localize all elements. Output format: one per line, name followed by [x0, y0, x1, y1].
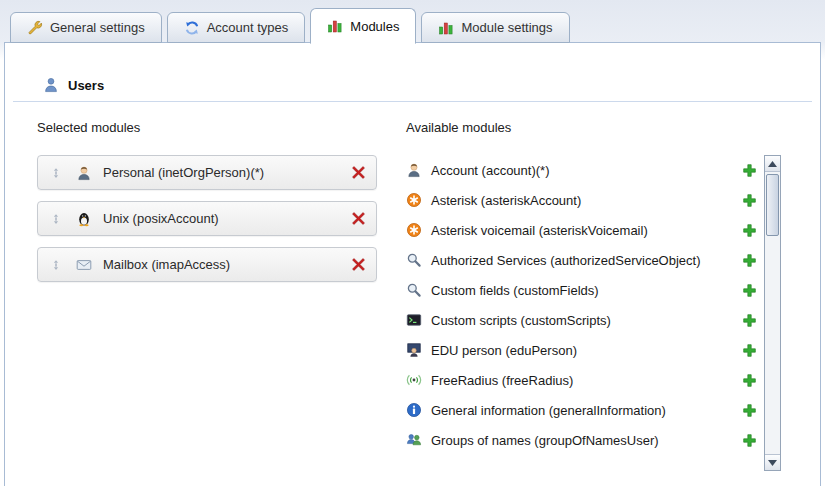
available-module-label: Asterisk voicemail (asteriskVoicemail)	[431, 223, 741, 238]
terminal-icon	[406, 312, 422, 328]
available-module-label: EDU person (eduPerson)	[431, 343, 741, 358]
available-module-label: Authorized Services (authorizedServiceOb…	[431, 253, 741, 268]
add-module-button[interactable]	[741, 282, 757, 298]
available-module-row-general-information: General information (generalInformation)	[406, 395, 764, 425]
remove-module-button[interactable]	[350, 211, 366, 227]
scrollbar-track[interactable]	[765, 172, 780, 454]
available-module-row-account: Account (account)(*)	[406, 155, 764, 185]
add-module-button[interactable]	[741, 432, 757, 448]
user-icon	[43, 77, 59, 93]
remove-module-button[interactable]	[350, 165, 366, 181]
drag-handle-icon[interactable]	[48, 211, 64, 227]
available-module-row-custom-fields: Custom fields (customFields)	[406, 275, 764, 305]
add-module-button[interactable]	[741, 342, 757, 358]
selected-modules-title: Selected modules	[37, 120, 382, 137]
radio-waves-icon	[406, 372, 422, 388]
available-module-label: General information (generalInformation)	[431, 403, 741, 418]
available-module-row-asterisk-voicemail: Asterisk voicemail (asteriskVoicemail)	[406, 215, 764, 245]
tab-module-settings[interactable]: Module settings	[421, 12, 569, 43]
selected-modules-column: Selected modules Personal (inetOrgPerson…	[37, 120, 382, 471]
available-module-row-edu-person: EDU person (eduPerson)	[406, 335, 764, 365]
add-module-button[interactable]	[741, 192, 757, 208]
available-module-row-asterisk: Asterisk (asteriskAccount)	[406, 185, 764, 215]
person-icon	[76, 165, 92, 181]
tab-label: Module settings	[461, 20, 552, 35]
modules-columns: Selected modules Personal (inetOrgPerson…	[5, 102, 820, 471]
lam-configuration-page: General settingsAccount typesModulesModu…	[0, 0, 825, 486]
available-modules-list: Account (account)(*)Asterisk (asteriskAc…	[406, 155, 764, 455]
tab-modules[interactable]: Modules	[310, 8, 416, 44]
module-settings-chart-icon	[438, 20, 454, 36]
available-modules-title: Available modules	[406, 120, 764, 137]
selected-module-label: Personal (inetOrgPerson)(*)	[103, 165, 350, 180]
tux-penguin-icon	[76, 211, 92, 227]
asterisk-icon	[406, 192, 422, 208]
available-modules-inner: Available modules Account (account)(*)As…	[406, 120, 764, 471]
available-module-row-groups-of-names: Groups of names (groupOfNamesUser)	[406, 425, 764, 455]
available-module-label: FreeRadius (freeRadius)	[431, 373, 741, 388]
add-module-button[interactable]	[741, 312, 757, 328]
selected-modules-list: Personal (inetOrgPerson)(*)Unix (posixAc…	[37, 155, 382, 282]
tab-general-settings[interactable]: General settings	[10, 12, 162, 43]
scroll-up-icon	[768, 161, 777, 167]
available-module-label: Custom scripts (customScripts)	[431, 313, 741, 328]
magnifier-icon	[406, 252, 422, 268]
available-module-label: Custom fields (customFields)	[431, 283, 741, 298]
info-icon	[406, 402, 422, 418]
selected-module-label: Mailbox (imapAccess)	[103, 257, 350, 272]
add-module-button[interactable]	[741, 162, 757, 178]
asterisk-icon	[406, 222, 422, 238]
available-module-row-authorized-services: Authorized Services (authorizedServiceOb…	[406, 245, 764, 275]
tab-bar: General settingsAccount typesModulesModu…	[10, 8, 570, 43]
add-module-button[interactable]	[741, 372, 757, 388]
selected-module-row-mailbox[interactable]: Mailbox (imapAccess)	[37, 247, 377, 282]
drag-handle-icon[interactable]	[48, 257, 64, 273]
available-module-label: Account (account)(*)	[431, 163, 741, 178]
available-module-row-custom-scripts: Custom scripts (customScripts)	[406, 305, 764, 335]
add-module-button[interactable]	[741, 252, 757, 268]
available-modules-column: Available modules Account (account)(*)As…	[406, 120, 783, 471]
scrollbar-down-button[interactable]	[765, 454, 780, 470]
modules-chart-icon	[327, 18, 343, 34]
selected-module-row-unix[interactable]: Unix (posixAccount)	[37, 201, 377, 236]
content-panel: Users Selected modules Personal (inetOrg…	[4, 42, 821, 486]
section-header: Users	[13, 43, 812, 102]
tab-label: Modules	[350, 19, 399, 34]
section-title: Users	[68, 78, 104, 93]
available-module-label: Asterisk (asteriskAccount)	[431, 193, 741, 208]
scrollbar-thumb[interactable]	[766, 174, 779, 236]
edu-person-icon	[406, 342, 422, 358]
drag-handle-icon[interactable]	[48, 165, 64, 181]
tab-label: General settings	[50, 20, 145, 35]
wrench-icon	[27, 20, 43, 36]
tab-account-types[interactable]: Account types	[167, 12, 306, 43]
add-module-button[interactable]	[741, 402, 757, 418]
selected-module-label: Unix (posixAccount)	[103, 211, 350, 226]
person-icon	[406, 162, 422, 178]
available-module-label: Groups of names (groupOfNamesUser)	[431, 433, 741, 448]
remove-module-button[interactable]	[350, 257, 366, 273]
available-module-row-freeradius: FreeRadius (freeRadius)	[406, 365, 764, 395]
tab-label: Account types	[207, 20, 289, 35]
envelope-icon	[76, 257, 92, 273]
magnifier-icon	[406, 282, 422, 298]
selected-module-row-personal[interactable]: Personal (inetOrgPerson)(*)	[37, 155, 377, 190]
scroll-down-icon	[768, 460, 777, 466]
add-module-button[interactable]	[741, 222, 757, 238]
group-icon	[406, 432, 422, 448]
scrollbar-up-button[interactable]	[765, 156, 780, 172]
account-types-icon	[184, 20, 200, 36]
available-modules-scrollbar[interactable]	[764, 155, 781, 471]
